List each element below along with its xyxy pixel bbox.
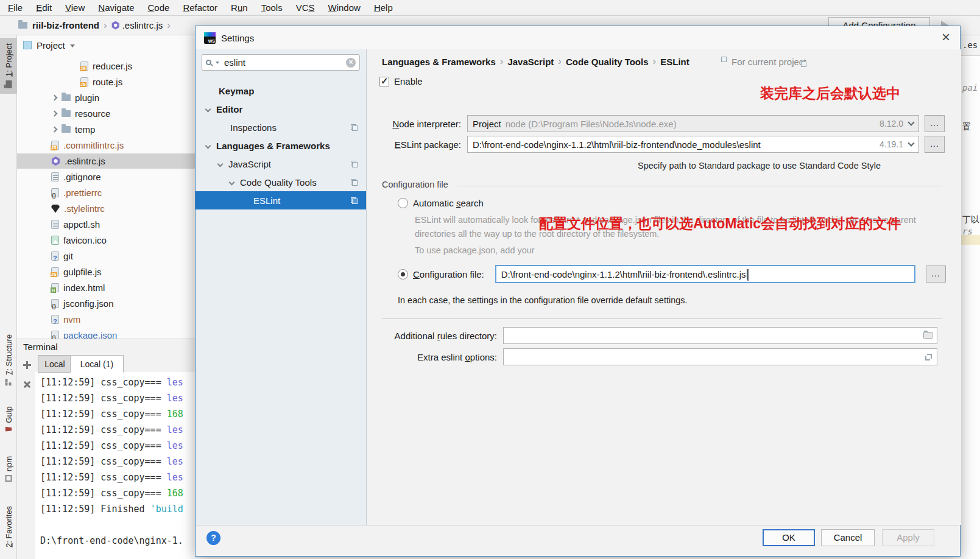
menu-run[interactable]: Run (224, 2, 255, 13)
terminal-console[interactable]: [11:12:59] css_copy=== les[11:12:59] css… (35, 372, 195, 559)
project-tree-item[interactable]: .eslintrc.js (17, 153, 195, 169)
menu-vcs[interactable]: VCS (289, 2, 322, 13)
breadcrumb-file[interactable]: .eslintrc.js (122, 20, 163, 30)
configuration-file-group-label: Configuration file (382, 180, 448, 189)
eslint-file-icon (111, 21, 120, 30)
terminal-tab-1[interactable]: Local (38, 355, 72, 373)
project-tree-item[interactable]: route.js (17, 74, 195, 90)
project-tree-item-label: .eslintrc.js (65, 156, 105, 166)
additional-rules-input[interactable] (503, 327, 937, 344)
chevron-right-icon[interactable] (52, 95, 58, 101)
settings-breadcrumb-item[interactable]: ESLint (660, 57, 689, 67)
chevron-down-icon[interactable] (217, 161, 224, 167)
settings-tree-item-languages-frameworks[interactable]: Languages & Frameworks (196, 136, 366, 155)
close-terminal-icon[interactable] (21, 379, 32, 390)
new-terminal-icon[interactable] (23, 361, 31, 369)
enable-checkbox[interactable] (379, 77, 389, 86)
menu-file[interactable]: File (1, 2, 29, 13)
menu-view[interactable]: View (58, 2, 91, 13)
menu-edit[interactable]: Edit (29, 2, 58, 13)
project-tree-item[interactable]: index.html (17, 280, 195, 295)
copy-icon (351, 124, 358, 131)
node-interpreter-field[interactable]: Project node (D:\Program Files\NodeJs\no… (467, 115, 919, 132)
expand-icon[interactable] (925, 354, 932, 360)
tool-window-tab-structure[interactable]: 7: Structure (0, 332, 17, 388)
chevron-down-icon[interactable] (229, 179, 235, 185)
ok-button[interactable]: OK (763, 529, 815, 546)
project-tree-item[interactable]: gulpfile.js (17, 264, 195, 280)
project-tree-item[interactable]: nvm (17, 312, 195, 327)
configuration-file-browse-button[interactable]: ... (926, 265, 946, 283)
menu-help[interactable]: Help (367, 2, 400, 13)
project-tree-item[interactable]: appctl.sh (17, 217, 195, 232)
menu-window[interactable]: Window (322, 2, 367, 13)
project-tree-item-label: temp (75, 124, 95, 135)
project-tree-item[interactable]: package.json (17, 328, 195, 339)
project-tree-item[interactable]: git (17, 248, 195, 264)
js-file-icon (51, 141, 59, 150)
project-tree-item[interactable]: .stylelintrc (17, 201, 195, 216)
menu-refactor[interactable]: Refactor (176, 2, 224, 13)
eslint-package-browse-button[interactable]: ... (925, 136, 945, 153)
settings-breadcrumb-item[interactable]: JavaScript (507, 57, 554, 67)
folder-icon[interactable] (923, 332, 932, 339)
project-panel-header[interactable]: Project (17, 35, 195, 55)
node-interpreter-label: Node interpreter: (382, 119, 461, 129)
project-tree-item[interactable]: reducer.js (17, 58, 195, 74)
project-tree-item[interactable]: resource (17, 106, 195, 121)
close-icon[interactable]: × (942, 30, 950, 44)
cancel-button[interactable]: Cancel (821, 529, 875, 546)
project-tree-item[interactable]: .gitignore (17, 169, 195, 185)
settings-tree-item-eslint[interactable]: ESLint (196, 191, 366, 209)
configuration-file-input[interactable]: D:\front-end-code\nginx-1.1.2\html\riil-… (495, 265, 915, 283)
chevron-down-icon[interactable] (908, 139, 914, 146)
chevron-down-icon[interactable] (205, 106, 211, 112)
settings-tree-item-inspections[interactable]: Inspections (196, 118, 366, 136)
configuration-file-option[interactable]: Configuration file: D:\front-end-code\ng… (398, 265, 946, 283)
settings-tree-item-keymap[interactable]: Keymap (196, 82, 366, 100)
project-tree-item[interactable]: plugin (17, 90, 195, 105)
chevron-right-icon[interactable] (52, 111, 58, 117)
chevron-down-icon[interactable] (205, 142, 211, 149)
configuration-file-radio[interactable] (398, 269, 408, 280)
q-file-icon (51, 251, 59, 261)
project-tree-item[interactable]: .prettierrc (17, 185, 195, 200)
project-tree-item[interactable]: jsconfig.json (17, 296, 195, 311)
settings-tree-item-editor[interactable]: Editor (196, 100, 366, 118)
terminal-tab-2[interactable]: Local (1) (70, 355, 124, 373)
automatic-search-option[interactable]: Automatic search (398, 198, 484, 208)
tool-window-tab-npm[interactable]: npm (0, 448, 17, 490)
project-tree-item[interactable]: favicon.ico (17, 233, 195, 248)
eslint-package-field[interactable]: D:\front-end-code\nginx-1.1.2\html\riil-… (467, 136, 919, 153)
settings-tree-item-javascript[interactable]: JavaScript (196, 155, 366, 173)
search-options-icon[interactable] (216, 62, 219, 64)
tool-window-tab-project[interactable]: 1: Project (0, 38, 17, 94)
chevron-down-icon[interactable] (70, 44, 75, 47)
chevron-down-icon[interactable] (908, 119, 914, 125)
tool-window-tab-gulp[interactable]: Gulp (0, 396, 17, 442)
chevron-down-icon[interactable] (747, 269, 749, 281)
help-icon[interactable]: ? (206, 531, 220, 545)
editor-tab[interactable]: .es (961, 35, 980, 56)
settings-breadcrumb-item[interactable]: Languages & Frameworks (382, 57, 496, 67)
clear-search-icon[interactable] (346, 58, 356, 68)
chevron-right-icon[interactable] (52, 127, 58, 133)
js-file-icon (51, 267, 59, 276)
dialog-title-bar: Settings (196, 26, 960, 49)
settings-tree-item-label: Inspections (230, 122, 277, 133)
settings-search-input[interactable]: eslint (202, 54, 360, 71)
menu-code[interactable]: Code (141, 2, 177, 13)
project-tree-item-label: git (63, 251, 73, 261)
automatic-search-radio[interactable] (398, 198, 408, 208)
menu-tools[interactable]: Tools (255, 2, 289, 13)
tool-window-tab-favorites[interactable]: 2: Favorites (0, 499, 17, 554)
extra-options-input[interactable] (503, 348, 937, 365)
apply-button[interactable]: Apply (882, 529, 934, 546)
settings-breadcrumb-item[interactable]: Code Quality Tools (566, 57, 649, 67)
project-tree-item[interactable]: .commitlintrc.js (17, 138, 195, 153)
settings-tree-item-code-quality-tools[interactable]: Code Quality Tools (196, 173, 366, 191)
menu-navigate[interactable]: Navigate (91, 2, 141, 13)
project-tree-item[interactable]: temp (17, 122, 195, 137)
node-interpreter-browse-button[interactable]: ... (925, 115, 945, 132)
breadcrumb-project[interactable]: riil-biz-frontend (32, 20, 99, 30)
